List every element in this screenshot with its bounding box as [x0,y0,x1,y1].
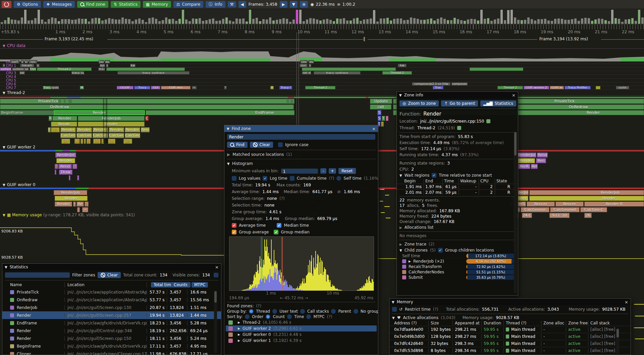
group-by-radio-parent[interactable] [331,309,336,314]
timeline-zone[interactable]: Render [529,196,644,201]
timeline-zone[interactable]: Render [76,127,92,132]
timeline-zone[interactable]: Rend [537,152,548,158]
found-zone-group-row[interactable]: ▶GUIF worker 2(3,296) 4.61 s [226,325,377,331]
timeline-zone[interactable]: RerR [518,164,530,169]
timeline-zone[interactable]: C [84,139,86,144]
memory-allocation-row[interactable]: 0x7dfc53d8988 bytes298.34 ms59.95 sMain … [389,347,631,354]
zone-info-titlebar[interactable]: ▼ Zone info × [397,92,518,98]
cpu-zone[interactable]: ss [24,60,28,63]
timeline-zone[interactable]: 26 [108,139,115,144]
timeline-zone[interactable]: EndFrame [146,110,294,115]
timeline-zone[interactable]: S [378,116,381,121]
timeline-zone[interactable]: RenderJol [517,152,536,158]
sort-by-radio-mtpc[interactable] [306,314,311,319]
group-median-checkbox[interactable]: ✔ [274,230,278,234]
time-relative-checkbox[interactable]: ✔ [432,173,436,178]
timeline-zone[interactable]: Render [55,196,88,201]
reset-button[interactable]: Reset [338,168,356,174]
timeline-zone[interactable]: Rencer [527,202,555,207]
time-ruler[interactable] [0,25,644,29]
timeline-zone[interactable] [77,175,79,180]
timeline-zone[interactable] [58,99,61,104]
collapse-icon[interactable]: ▼ [392,316,395,320]
log-time-checkbox[interactable]: ✔ [263,176,267,181]
close-icon[interactable]: × [372,126,376,131]
timeline-zone[interactable]: Render [55,202,72,207]
cpu-zone[interactable]: s [36,64,40,67]
timeline-zone[interactable]: OnRedraw [0,104,294,109]
statistics-row[interactable]: PrivateTickjni/../jni/src/claw/applicati… [2,288,221,296]
self-time-row[interactable]: Self time172.14 μs (3.83%) [397,253,518,259]
timeline-zone[interactable] [386,116,388,121]
timeline-zone[interactable] [55,170,56,175]
sort-by-radio-order[interactable] [245,314,250,319]
timeline-zone[interactable]: Render F [141,127,150,132]
cpu-zone[interactable]: surf [10,60,19,63]
cpu-zone[interactable]: [au [300,60,308,63]
cpu-zone[interactable]: Thread-2 [497,86,523,89]
thread-section-header[interactable]: ▼GUIF worker 2 [3,145,35,149]
group-children-checkbox[interactable]: ✔ [438,248,443,253]
log-values-checkbox[interactable] [232,176,236,181]
zoom-to-zone-button[interactable]: ◎Zoom to zone [399,100,439,106]
timeline-zone[interactable]: 8 [55,164,58,169]
statistics-scrollbar[interactable] [214,291,217,353]
collapse-icon[interactable]: ▼ [227,162,230,166]
cpu-zone[interactable]: Thre [30,68,36,71]
timeline-zone[interactable]: Render [54,110,145,115]
frame-label[interactable]: Frame 3,193 (22.45 ms) [45,37,93,41]
timeline-zone[interactable]: 24 [123,139,132,144]
zone-thread[interactable]: Thread-2 [417,126,435,130]
cpu-zone[interactable]: Trac [433,86,443,89]
cpu-zone[interactable]: rot_d [302,71,311,75]
timeline-zone[interactable]: CalcGeor [60,133,76,138]
memory-allocation-row[interactable]: 0x7dfc42d64032 bytes298.3 ms59.95 sMain … [389,340,631,347]
child-zone-row[interactable]: Submit35.63 μs (0.79%) [397,275,518,280]
find-zone-button[interactable]: Find zone [77,1,108,8]
child-zone-row[interactable]: ▶RenderJob (×2)4.16 ms (92.60%) [397,259,518,264]
info-button[interactable]: ⓘInfo [206,1,225,8]
timeline-zone[interactable]: Render [125,127,140,132]
statistics-row[interactable]: RenderJobjni/../jni/src/guif/Screen.cpp:… [2,304,221,311]
find-button[interactable]: Find [227,142,248,148]
timeline-zone[interactable]: 26 [584,213,592,218]
sort-column-button[interactable]: MTPC [192,282,208,287]
cpu-zone[interactable]: ~ [192,86,197,89]
cpu-zone[interactable] [302,68,396,71]
timeline-zone[interactable]: Render [78,122,145,127]
options-button[interactable]: ⚙Options [14,1,41,8]
child-zone-row[interactable]: CalcRenderNodes51.51 μs (1.15%) [397,269,518,275]
timeline-zone[interactable]: Rende [51,122,77,127]
timeline-zone[interactable]: R [49,116,52,121]
min-bin-decrease-button[interactable]: - [320,168,326,174]
frame-label[interactable]: Frame 3,194 (13.92 ms) [539,37,588,41]
memory-allocation-row[interactable]: 0x7e049b3d00128 bytes298.27 ms59.95 sMai… [389,333,631,340]
thread-section-header[interactable]: ▼GUIF worker 0 [3,182,35,187]
collapse-icon[interactable]: ▼ [5,265,7,269]
close-icon[interactable]: × [512,93,516,98]
allocations-list-header[interactable]: ▶Allocations list [397,224,518,230]
power-button[interactable] [2,1,11,8]
timeline-zone[interactable]: Render R [584,202,644,207]
cpu-zone[interactable]: composer@ [451,82,468,86]
timeline-zone[interactable]: RenderJob [529,190,644,195]
cpu-zone[interactable]: GUI [151,86,160,89]
cpu-zone[interactable]: tracy_sysn~ [71,71,84,75]
cpu-data-section-header[interactable]: ▼CPU data [3,43,25,48]
timeline-zone[interactable]: Rencer [555,202,584,207]
cpu-zone[interactable]: A [270,86,274,89]
cpu-zone[interactable]: composer@2.1-se [Hw [412,82,450,86]
zone-info-scrollbar[interactable] [514,131,517,293]
clear-button[interactable]: Clear [250,142,273,148]
cpu-zone[interactable]: Tracy ! [279,86,292,89]
timeline-zone[interactable]: Render [52,116,77,121]
collapse-icon[interactable]: ▼ [399,93,402,97]
cpu-zone[interactable]: au [105,60,110,63]
memory-button[interactable]: ▦Memory [143,1,171,8]
statistics-row[interactable]: Renderjni/../jni/src/guif/Screen.cpp:150… [2,335,221,342]
collapse-icon[interactable]: ▼ [392,300,394,304]
cpu-zone[interactable]: Tracy [43,86,51,89]
cpu-zone[interactable]: s [309,64,311,67]
memory-allocation-row[interactable]: 0x7dfaa64e00192 bytes298.21 ms59.95 sMai… [389,326,631,333]
timeline-zone[interactable]: ~ [73,202,76,207]
